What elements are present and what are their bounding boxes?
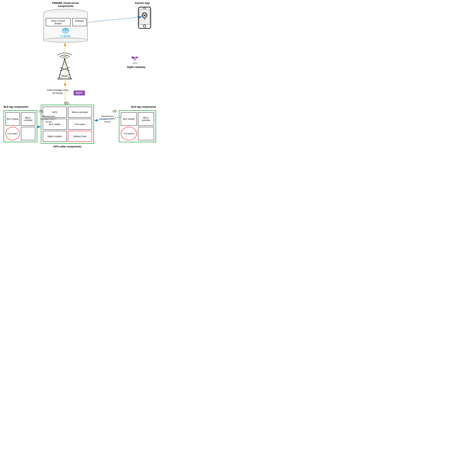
arrow-software-to-farmer [89,17,142,22]
db-inner-boxes: Orion Context Broker Software [46,18,86,26]
ble-right-microcontroller: Micro-controller [138,112,154,126]
ble-left-label: BLE tag components [4,105,28,108]
gps-collar-label: GPS collar components [50,145,85,148]
sigfox-text: sigfox [131,62,138,64]
phone-icon [137,6,152,29]
diagram-container: FIWARE cloud-server components Orion Con… [0,0,160,154]
fiware-text: FI WARE [60,35,71,37]
ble-right-box: BLE module Micro-controller Coin battery [119,110,156,142]
ble-left-grid: BLE module Micro-controller Coin battery [6,112,35,140]
ble-left-box: BLE module Micro-controller Coin battery [4,110,37,142]
ble-left-microcontroller: Micro-controller [21,112,35,126]
db-bottom-ellipse [43,38,88,43]
gps-grid: GPS Micro-controller BLE reader Firm-war… [43,107,92,142]
orion-context-broker-box: Orion Context Broker [46,18,71,26]
ble-left-empty [21,127,35,140]
fiware-cloud-label: FIWARE cloud-server components [46,1,85,8]
farmer-app-label: Farmer App [135,1,150,4]
wifi-svg-ble-right [112,110,118,115]
sigfox-butterfly-svg [131,55,138,61]
sigfox-logo-area: sigfox [131,55,138,64]
svg-point-8 [144,15,145,16]
phone-svg [137,6,152,29]
sigfox-gateway-label: Sigfox Gateway [127,66,145,68]
ble-right-label: BLE tag components [119,105,156,108]
gps-collar-box: GPS Micro-controller BLE reader Firm-war… [41,105,94,144]
ble-right-grid: BLE module Micro-controller Coin battery [121,112,154,140]
gps-cell-microcontroller: Micro-controller [68,107,92,118]
adv-msg-left: Advertisement messages every 1 second [39,115,58,123]
gps-cell-battery-pack: Battery Pack [68,131,92,142]
ble-left-coin-battery: Coin battery [6,127,20,140]
software-box: Software [72,18,86,26]
ble-left-module: BLE module [6,112,20,126]
svg-point-2 [65,30,66,31]
ble-right-empty [138,127,154,140]
mqtt-badge: MQTT [74,91,85,95]
collar-msg-text: Collar messages every 30 minutes [46,89,69,95]
fiware-logo-svg [60,27,71,34]
gps-cell-firmware: Firm-ware [68,119,92,130]
db-body: Orion Context Broker Software FI WARE [43,13,88,41]
svg-rect-4 [139,9,150,25]
tower-svg [55,51,75,82]
tower-icon [55,51,75,82]
fiware-logo: FI WARE [60,27,71,37]
adv-msg-right: Advertisement messages every 1 second [98,115,117,123]
fiware-db-cylinder: Orion Context Broker Software FI WARE [43,9,88,43]
ble-right-coin-battery: Coin battery [121,127,137,140]
gps-cell-sigfox-modem: Sigfox modem [43,131,67,142]
wifi-svg-ble-left [38,110,44,115]
ble-right-module: BLE module [121,112,137,126]
wifi-icon-ble-left [38,110,44,116]
